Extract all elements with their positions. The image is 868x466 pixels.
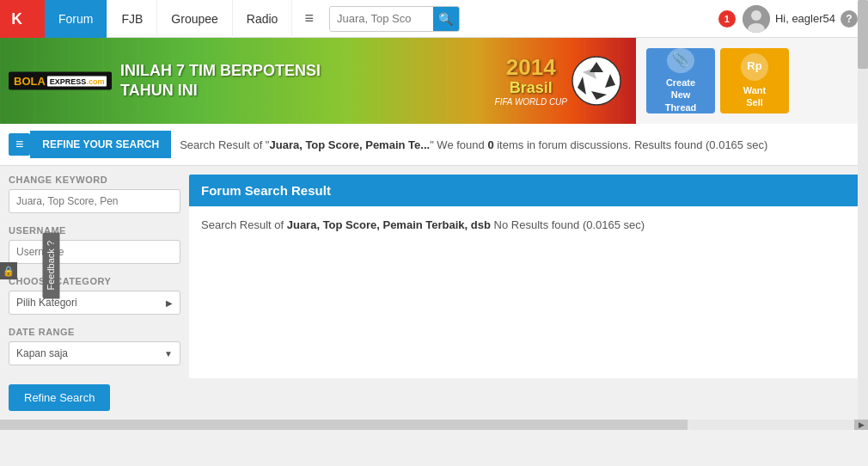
search-result-description: Search Result of "Juara, Top Score, Pema… [180,138,767,151]
brasil-badge: 2014 Brasil FIFA WORLD CUP [495,55,567,107]
nav-item-fjb[interactable]: FJB [107,0,157,38]
username-label: USERNAME [9,225,180,236]
svg-text:K: K [11,10,22,28]
feedback-tab[interactable]: Feedback ? [42,232,59,298]
search-button[interactable]: 🔍 [433,6,459,32]
svg-point-3 [751,10,761,21]
date-label: DATE RANGE [9,327,180,337]
username-input[interactable] [9,240,180,264]
paperclip-icon: 📎 [667,48,694,73]
nav-item-radio[interactable]: Radio [233,0,293,38]
create-new-thread-button[interactable]: 📎 Create New Thread [646,48,715,113]
scroll-right-arrow[interactable]: ▶ [854,420,868,430]
logo-button[interactable]: K [0,0,45,38]
bottom-scrollbar-thumb[interactable] [0,420,688,430]
date-select[interactable]: Kapan saja ▼ [9,341,180,365]
avatar [743,5,770,33]
banner-logo: BOLA EXPRESS.com [9,72,112,90]
keyword-section: CHANGE KEYWORD [9,175,180,213]
top-nav: K Forum FJB Groupee Radio ≡ 🔍 [0,0,868,38]
nav-item-groupee[interactable]: Groupee [157,0,232,38]
scrollbar-thumb[interactable] [858,0,868,69]
lock-icon[interactable]: 🔒 [0,262,17,279]
help-button[interactable]: ? [840,10,858,28]
category-label: CHOOSE CATEGORY [9,276,180,286]
nav-item-forum[interactable]: Forum [45,0,107,38]
right-scrollbar[interactable] [858,0,868,430]
search-result-bar: ≡ REFINE YOUR SEARCH Search Result of "J… [0,124,868,166]
banner-image: BOLA EXPRESS.com INILAH 7 TIM BERPOTENSI… [0,38,636,124]
rp-icon: Rp [741,53,768,81]
keyword-input[interactable] [9,189,180,213]
category-select[interactable]: Pilih Kategori ▶ [9,291,180,315]
search-icon: 🔍 [438,12,453,26]
bottom-scrollbar[interactable]: ▶ [0,420,868,430]
hamburger-menu[interactable]: ≡ [292,0,326,38]
keyword-label: CHANGE KEYWORD [9,175,180,185]
notification-badge[interactable]: 1 [718,10,736,28]
chevron-down-icon: ▼ [164,349,173,359]
refine-search-button[interactable]: Refine Search [9,384,110,411]
menu-toggle-button[interactable]: ≡ [9,133,30,156]
banner-actions: 📎 Create New Thread Rp WantSell [646,48,789,113]
search-input[interactable] [330,6,433,32]
user-greeting: Hi, eagler54 [775,12,835,25]
chevron-right-icon: ▶ [166,298,173,308]
sidebar: CHANGE KEYWORD USERNAME CHOOSE CATEGORY … [9,175,180,411]
refine-search-tab[interactable]: REFINE YOUR SEARCH [30,131,171,158]
banner-text: INILAH 7 TIM BERPOTENSI TAHUN INI [120,61,321,101]
forum-result-panel: Forum Search Result Search Result of Jua… [189,175,859,411]
username-section: USERNAME [9,225,180,264]
banner-area: BOLA EXPRESS.com INILAH 7 TIM BERPOTENSI… [0,38,868,124]
want-sell-button[interactable]: Rp WantSell [720,48,789,113]
search-box: 🔍 [329,6,460,32]
main-layout: CHANGE KEYWORD USERNAME CHOOSE CATEGORY … [0,166,868,420]
date-section: DATE RANGE Kapan saja ▼ [9,327,180,365]
forum-result-body: Search Result of Juara, Top Score, Pemai… [189,206,859,378]
category-section: CHOOSE CATEGORY Pilih Kategori ▶ [9,276,180,315]
forum-result-header: Forum Search Result [189,175,859,206]
